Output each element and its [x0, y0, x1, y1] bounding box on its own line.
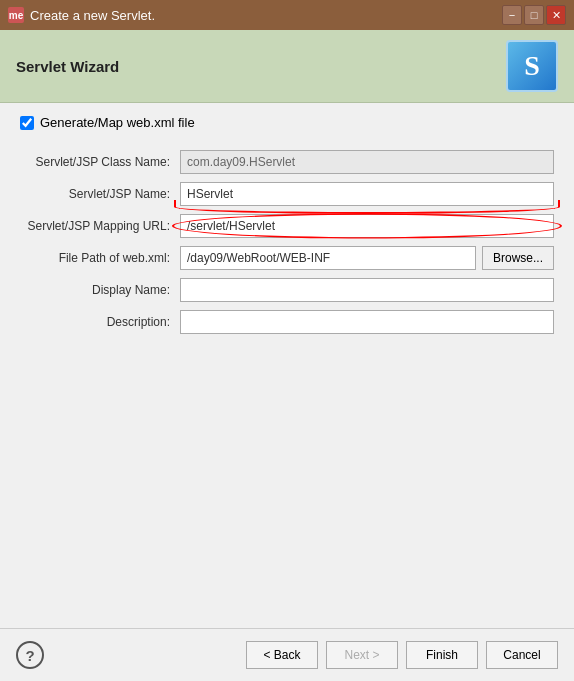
maximize-button[interactable]: □	[524, 5, 544, 25]
window-controls: − □ ✕	[502, 5, 566, 25]
display-name-label: Display Name:	[20, 283, 180, 297]
window-title: Create a new Servlet.	[30, 8, 155, 23]
mapping-url-label: Servlet/JSP Mapping URL:	[20, 219, 180, 233]
next-button[interactable]: Next >	[326, 641, 398, 669]
close-button[interactable]: ✕	[546, 5, 566, 25]
minimize-button[interactable]: −	[502, 5, 522, 25]
dialog-header: Servlet Wizard S	[0, 30, 574, 103]
app-icon: me	[8, 7, 24, 23]
wizard-title: Servlet Wizard	[16, 58, 119, 75]
title-bar-left: me Create a new Servlet.	[8, 7, 155, 23]
help-button[interactable]: ?	[16, 641, 44, 669]
jsp-name-label: Servlet/JSP Name:	[20, 187, 180, 201]
back-button[interactable]: < Back	[246, 641, 318, 669]
file-path-label: File Path of web.xml:	[20, 251, 180, 265]
dialog-footer: ? < Back Next > Finish Cancel	[0, 628, 574, 681]
dialog-content: Generate/Map web.xml file Servlet/JSP Cl…	[0, 103, 574, 628]
mapping-url-field-row	[180, 214, 554, 238]
class-name-field-row	[180, 150, 554, 174]
footer-right: < Back Next > Finish Cancel	[246, 641, 558, 669]
browse-button[interactable]: Browse...	[482, 246, 554, 270]
generate-webxml-row: Generate/Map web.xml file	[20, 115, 554, 130]
description-label: Description:	[20, 315, 180, 329]
form-grid: Servlet/JSP Class Name: Servlet/JSP Name…	[20, 150, 554, 334]
generate-webxml-label: Generate/Map web.xml file	[40, 115, 195, 130]
display-name-input[interactable]	[180, 278, 554, 302]
jsp-name-field-row	[180, 182, 554, 206]
jsp-name-input[interactable]	[180, 182, 554, 206]
jsp-name-annotated	[180, 182, 554, 206]
cancel-button[interactable]: Cancel	[486, 641, 558, 669]
mapping-url-annotated	[180, 214, 554, 238]
dialog-body: Servlet Wizard S Generate/Map web.xml fi…	[0, 30, 574, 681]
generate-webxml-checkbox[interactable]	[20, 116, 34, 130]
header-text: Servlet Wizard	[16, 58, 119, 75]
class-name-label: Servlet/JSP Class Name:	[20, 155, 180, 169]
finish-button[interactable]: Finish	[406, 641, 478, 669]
file-path-field-row: Browse...	[180, 246, 554, 270]
footer-left: ?	[16, 641, 44, 669]
description-input[interactable]	[180, 310, 554, 334]
mapping-url-input[interactable]	[180, 214, 554, 238]
file-path-input[interactable]	[180, 246, 476, 270]
description-field-row	[180, 310, 554, 334]
display-name-field-row	[180, 278, 554, 302]
class-name-input[interactable]	[180, 150, 554, 174]
title-bar: me Create a new Servlet. − □ ✕	[0, 0, 574, 30]
servlet-logo: S	[506, 40, 558, 92]
